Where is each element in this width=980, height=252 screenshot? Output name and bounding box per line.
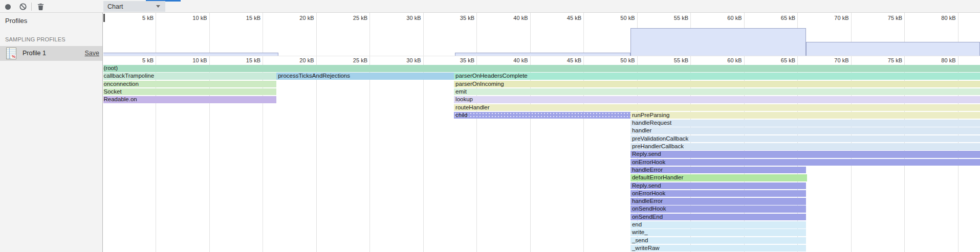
overview-baseline xyxy=(103,56,980,56)
axis-tick-label: 30 kB xyxy=(391,57,421,63)
axis-tick-label: 10 kB xyxy=(178,15,207,21)
axis-tick-label: 15 kB xyxy=(231,15,260,21)
clear-profiles-button[interactable] xyxy=(18,2,28,11)
flame-bar[interactable]: parserOnIncoming xyxy=(454,81,980,88)
sampling-profiles-header: SAMPLING PROFILES xyxy=(5,36,66,42)
flame-bar[interactable]: Readable.on xyxy=(103,96,276,103)
sidebar-title: Profiles xyxy=(5,17,27,25)
axis-tick-label: 55 kB xyxy=(659,57,688,63)
flame-bar[interactable]: runPreParsing xyxy=(630,112,980,119)
flame-bar[interactable]: (root) xyxy=(103,65,980,72)
flame-bar[interactable]: emit xyxy=(454,88,980,96)
delete-profile-button[interactable] xyxy=(36,2,45,11)
block-icon xyxy=(19,3,27,11)
axis-tick-label: 35 kB xyxy=(445,57,474,63)
flamechart-pane: 5 kB10 kB15 kB20 kB25 kB30 kB35 kB40 kB4… xyxy=(103,13,980,252)
flame-bar[interactable]: preHandlerCallback xyxy=(630,143,980,150)
profile-name: Profile 1 xyxy=(23,50,46,57)
chevron-down-icon xyxy=(156,5,160,8)
flame-bar[interactable]: onSendEnd xyxy=(630,214,806,221)
record-icon xyxy=(5,4,11,10)
axis-tick-label: 50 kB xyxy=(605,15,635,21)
flame-bar[interactable]: handleError xyxy=(630,198,806,205)
trash-icon xyxy=(37,3,45,11)
flame-bar[interactable]: child xyxy=(454,112,630,119)
flame-bar[interactable]: _send xyxy=(630,237,806,244)
flame-bar[interactable]: write_ xyxy=(630,229,806,236)
axis-tick-label: 65 kB xyxy=(766,15,795,21)
profiles-sidebar: Profiles SAMPLING PROFILES % Profile 1 S… xyxy=(0,13,103,252)
axis-tick-label: 60 kB xyxy=(712,15,742,21)
axis-tick-label: 70 kB xyxy=(819,57,849,63)
view-mode-select[interactable]: Chart xyxy=(103,1,165,12)
flame-bar[interactable]: parserOnHeadersComplete xyxy=(454,73,980,80)
flame-bar[interactable]: defaultErrorHandler xyxy=(630,174,807,181)
axis-tick-label: 65 kB xyxy=(766,57,795,63)
axis-tick-label: 20 kB xyxy=(285,57,314,63)
axis-tick-label: 60 kB xyxy=(712,57,742,63)
axis-tick-label: 5 kB xyxy=(124,15,154,21)
heap-profile-icon: % xyxy=(6,48,16,59)
view-mode-value: Chart xyxy=(107,3,123,10)
toolbar: Chart xyxy=(0,0,980,13)
axis-tick-label: 25 kB xyxy=(338,15,367,21)
axis-tick-label: 55 kB xyxy=(659,15,688,21)
toolbar-divider xyxy=(31,3,32,11)
axis-tick-label: 40 kB xyxy=(498,57,528,63)
overview-area-segment xyxy=(630,28,806,56)
flame-bar[interactable]: routeHandler xyxy=(454,104,980,111)
flame-bar[interactable]: callbackTrampoline xyxy=(103,73,276,80)
flame-bar[interactable]: Reply.send xyxy=(630,182,806,190)
flame-bar[interactable]: onErrorHook xyxy=(630,159,980,166)
axis-tick-label: 40 kB xyxy=(498,15,528,21)
flame-bar[interactable]: Socket xyxy=(103,88,276,96)
record-profile-button[interactable] xyxy=(3,2,12,11)
flame-graph: (root)callbackTrampolineprocessTicksAndR… xyxy=(103,65,980,252)
flame-bar[interactable]: onSendHook xyxy=(630,205,806,213)
axis-tick-label: 80 kB xyxy=(926,15,956,21)
axis-tick-label: 80 kB xyxy=(926,57,956,63)
axis-tick-label: 35 kB xyxy=(445,15,474,21)
overview-area-segment xyxy=(806,42,980,56)
profile-list-item[interactable]: % Profile 1 Save xyxy=(0,46,102,61)
flame-bar[interactable]: processTicksAndRejections xyxy=(276,73,454,80)
axis-tick-label: 75 kB xyxy=(873,15,902,21)
overview-left-drag-handle[interactable] xyxy=(103,14,105,22)
percent-badge: % xyxy=(11,55,16,59)
flame-bar[interactable]: _writeRaw xyxy=(630,245,806,252)
flame-bar[interactable]: handler xyxy=(630,127,980,134)
flame-bar[interactable]: Reply.send xyxy=(630,151,980,158)
axis-tick-label: 75 kB xyxy=(873,57,902,63)
flame-bar[interactable]: lookup xyxy=(454,96,980,103)
allocation-overview[interactable] xyxy=(103,23,980,56)
axis-tick-label: 15 kB xyxy=(231,57,260,63)
axis-tick-label: 50 kB xyxy=(605,57,635,63)
flame-bar[interactable]: end xyxy=(630,221,806,228)
axis-tick-label: 5 kB xyxy=(124,57,154,63)
flame-bar[interactable]: handleRequest xyxy=(630,120,980,127)
axis-tick-label: 20 kB xyxy=(285,15,314,21)
axis-tick-label: 45 kB xyxy=(552,15,581,21)
axis-tick-label: 30 kB xyxy=(391,15,421,21)
flame-bar[interactable]: handleError xyxy=(630,167,806,174)
flame-bar[interactable]: preValidationCallback xyxy=(630,135,980,143)
save-profile-link[interactable]: Save xyxy=(85,50,100,57)
flame-bar[interactable]: onErrorHook xyxy=(630,190,806,197)
flame-bar[interactable]: onconnection xyxy=(103,81,276,88)
axis-tick-label: 25 kB xyxy=(338,57,367,63)
axis-tick-label: 45 kB xyxy=(552,57,581,63)
axis-tick-label: 10 kB xyxy=(178,57,207,63)
axis-tick-label: 70 kB xyxy=(819,15,849,21)
